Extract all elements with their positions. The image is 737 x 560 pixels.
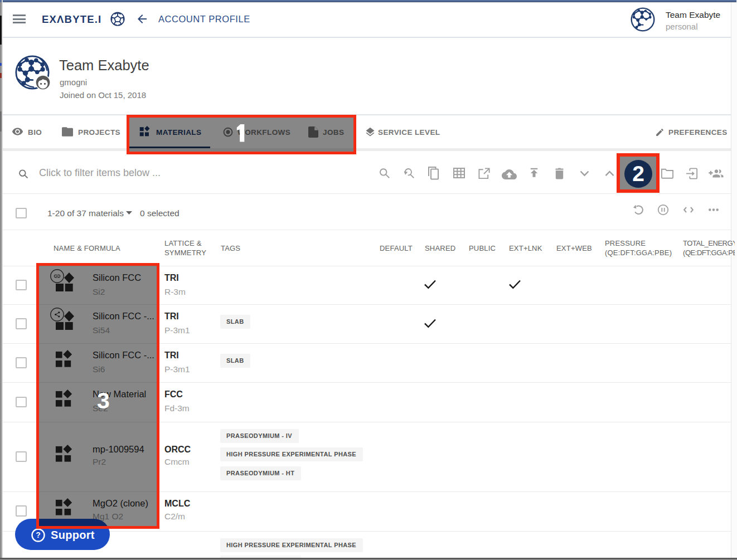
svg-text:?: ? bbox=[36, 530, 41, 539]
